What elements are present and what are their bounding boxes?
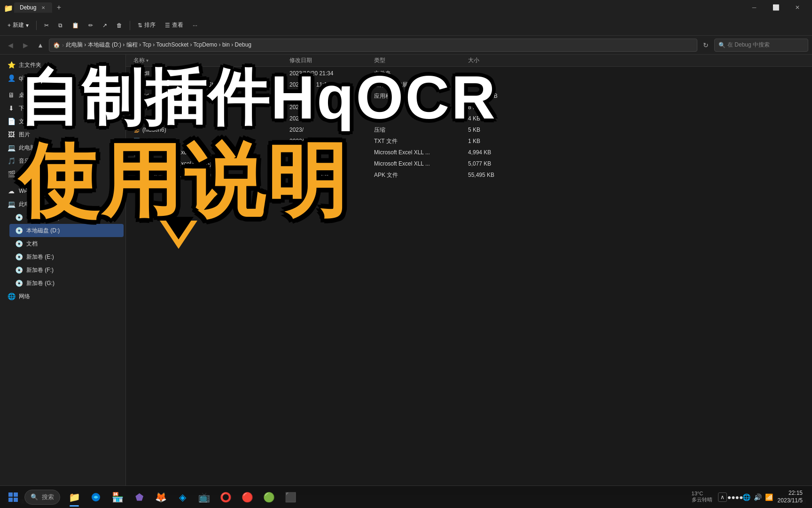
file-size: 5 KB bbox=[468, 127, 524, 133]
sidebar: ⭐ 主文件夹 👤 qiangqiang - 个人 🖥 桌面 ▸ ⬇ 下载 📄 文… bbox=[0, 55, 126, 495]
file-date: 2023/11/4 22:36 bbox=[289, 149, 374, 156]
more-button[interactable]: ··· bbox=[189, 18, 201, 33]
sidebar-item-disk-f[interactable]: 💿 新加卷 (E:) bbox=[9, 250, 124, 263]
refresh-button[interactable]: ↻ bbox=[699, 39, 712, 52]
paste-button[interactable]: 📋 bbox=[68, 18, 83, 33]
file-type-icon: 📱 bbox=[133, 172, 141, 179]
table-row[interactable]: ⚙ Sdcb.PaddleOCR.Models.LocalV4.dll 2023… bbox=[126, 90, 812, 102]
table-row[interactable]: ⚙ (hidden4) 2023/ 8 KB bbox=[126, 102, 812, 113]
documents-icon: 📄 bbox=[8, 118, 15, 125]
taskbar-app-firefox[interactable]: 🦊 bbox=[150, 487, 171, 508]
maximize-button[interactable]: ⬜ bbox=[765, 0, 787, 15]
close-button[interactable]: ✕ bbox=[787, 0, 808, 15]
file-type-icon: ⚙ bbox=[133, 81, 139, 88]
clock[interactable]: 22:15 2023/11/5 bbox=[776, 490, 804, 504]
file-name: (hidden6) bbox=[142, 127, 166, 133]
new-button[interactable]: + 新建 ▾ bbox=[4, 18, 32, 33]
table-row[interactable]: 📊 HqOCR(64位Excel).xll 2023/11/4 22:36 Mi… bbox=[126, 147, 812, 158]
copy-icon: ⧉ bbox=[58, 22, 62, 29]
file-date: 2023/8/14 11:14 bbox=[289, 81, 374, 88]
new-tab-button[interactable]: + bbox=[52, 1, 65, 14]
table-row[interactable]: ⚙ (hidden5) 2023/ 4 KB bbox=[126, 113, 812, 124]
taskbar-app-misc4[interactable]: ⬛ bbox=[280, 487, 301, 508]
view-button[interactable]: ☰ 查看 bbox=[161, 18, 187, 33]
table-row[interactable]: 📁 dll 2023/10/20 21:34 文件夹 bbox=[126, 68, 812, 79]
breadcrumb[interactable]: 🏠 › 此电脑 › 本地磁盘 (D:) › 编程 › Tcp › TouchSo… bbox=[49, 39, 697, 52]
sidebar-item-user[interactable]: 👤 qiangqiang - 个人 bbox=[2, 71, 124, 85]
taskbar-app-misc3[interactable]: 🟢 bbox=[258, 487, 279, 508]
start-button[interactable] bbox=[4, 488, 23, 507]
volume-icon[interactable]: 🔊 bbox=[753, 492, 763, 502]
misc1-icon: ⭕ bbox=[220, 492, 232, 503]
file-type-icon: 📁 bbox=[133, 70, 141, 77]
cut-icon: ✂ bbox=[44, 22, 49, 29]
taskbar-app-store[interactable]: 🏪 bbox=[107, 487, 128, 508]
taskbar-app-bilibili[interactable]: 📺 bbox=[194, 487, 214, 508]
taskbar-app-vscode[interactable]: ◈ bbox=[172, 487, 193, 508]
sidebar-item-wps[interactable]: ☁ WPS云盘 bbox=[2, 184, 124, 198]
sidebar-item-disk-e[interactable]: 💿 文档 bbox=[9, 237, 124, 250]
tab-debug[interactable]: Debug ✕ bbox=[14, 2, 52, 13]
overflow-button[interactable]: ∧ bbox=[718, 492, 727, 502]
share-icon: ↗ bbox=[102, 22, 107, 29]
delete-button[interactable]: 🗑 bbox=[113, 18, 126, 33]
taskbar-app-misc1[interactable]: ⭕ bbox=[215, 487, 236, 508]
rename-button[interactable]: ✏ bbox=[85, 18, 97, 33]
taskbar-app-misc2[interactable]: 🔴 bbox=[237, 487, 258, 508]
col-type-header[interactable]: 类型 bbox=[374, 56, 468, 64]
sidebar-item-home[interactable]: ⭐ 主文件夹 bbox=[2, 58, 124, 71]
table-row[interactable]: 🗜 (hidden6) 2023/ 压缩 5 KB bbox=[126, 124, 812, 135]
file-list: 📁 dll 2023/10/20 21:34 文件夹 ⚙ Sdcb.Paddle… bbox=[126, 67, 812, 495]
sidebar-item-pictures[interactable]: 🖼 图片 bbox=[2, 128, 124, 141]
table-row[interactable]: 📝 注意事项 2023/ TXT 文件 1 KB bbox=[126, 135, 812, 147]
col-name-header[interactable]: 名称 ▾ bbox=[130, 56, 289, 64]
table-row[interactable]: 📱 HqOCR(配套安卓APP).apk 2023/11/5 18:10 APK… bbox=[126, 169, 812, 181]
sidebar-item-thispc[interactable]: 💻 此电脑 bbox=[2, 141, 124, 154]
sort-button[interactable]: ⇅ 排序 bbox=[134, 18, 159, 33]
sidebar-item-disk-h[interactable]: 💿 新加卷 (G:) bbox=[9, 277, 124, 290]
misc4-icon: ⬛ bbox=[285, 492, 297, 503]
sidebar-item-downloads[interactable]: ⬇ 下载 bbox=[2, 102, 124, 115]
delete-icon: 🗑 bbox=[117, 22, 122, 29]
copy-button[interactable]: ⧉ bbox=[55, 18, 66, 33]
sidebar-item-disk-d[interactable]: 💿 本地磁盘 (D:) bbox=[9, 224, 124, 237]
table-row[interactable]: ⚙ Sdcb.PaddleOCR.Models.Shared.dll 2023/… bbox=[126, 79, 812, 90]
thispc2-icon: 💻 bbox=[8, 200, 15, 208]
sidebar-item-desktop[interactable]: 🖥 桌面 ▸ bbox=[2, 88, 124, 102]
taskbar-app-edge[interactable] bbox=[86, 487, 106, 508]
sidebar-item-documents[interactable]: 📄 文档 bbox=[2, 115, 124, 128]
taskbar-app-explorer[interactable]: 📁 bbox=[64, 487, 85, 508]
file-name: HqOCR(64位Excel).xll bbox=[144, 149, 200, 157]
up-button[interactable]: ▲ bbox=[34, 39, 47, 52]
sidebar-item-videos[interactable]: 🎬 视频 bbox=[2, 167, 124, 181]
minimize-button[interactable]: ─ bbox=[743, 0, 765, 15]
col-date-header[interactable]: 修改日期 bbox=[289, 56, 374, 64]
sidebar-item-disk-g[interactable]: 💿 新加卷 (F:) bbox=[9, 263, 124, 277]
wifi-icon[interactable]: 📶 bbox=[765, 492, 774, 502]
network-sys-icon[interactable]: 🌐 bbox=[742, 492, 751, 502]
sidebar-item-disk-c[interactable]: 💿 本地磁盘 (C:) bbox=[9, 211, 124, 224]
language-icon[interactable]: ●●●● bbox=[731, 492, 740, 502]
sidebar-item-thispc2[interactable]: 💻 此电脑 bbox=[2, 198, 124, 211]
sidebar-item-network[interactable]: 🌐 网络 bbox=[2, 290, 124, 303]
disk-d-icon: 💿 bbox=[15, 227, 23, 234]
file-name: Sdcb.PaddleOCR.Models.LocalV4.dll bbox=[142, 93, 235, 99]
file-header: 名称 ▾ 修改日期 类型 大小 bbox=[126, 55, 812, 67]
taskbar-app-vs[interactable]: ⬟ bbox=[129, 487, 149, 508]
table-row[interactable]: 📊 HqOCR(32位Excel及WPS).xll 2023/11/4 22:3… bbox=[126, 158, 812, 169]
cut-button[interactable]: ✂ bbox=[40, 18, 53, 33]
back-button[interactable]: ◀ bbox=[4, 39, 17, 52]
sidebar-item-music[interactable]: 🎵 音乐 bbox=[2, 154, 124, 167]
sort-arrow: ▾ bbox=[146, 58, 148, 63]
taskbar-search[interactable]: 🔍 搜索 bbox=[24, 490, 60, 505]
network-icon: 🌐 bbox=[8, 293, 15, 300]
forward-button[interactable]: ▶ bbox=[19, 39, 32, 52]
disk-e-icon: 💿 bbox=[15, 240, 23, 247]
misc2-icon: 🔴 bbox=[242, 492, 253, 503]
disk-f-icon: 💿 bbox=[15, 253, 23, 261]
col-size-header[interactable]: 大小 bbox=[468, 56, 524, 64]
share-button[interactable]: ↗ bbox=[99, 18, 111, 33]
store-icon: 🏪 bbox=[112, 492, 124, 503]
tab-close-button[interactable]: ✕ bbox=[40, 4, 47, 11]
search-bar[interactable]: 🔍 在 Debug 中搜索 bbox=[714, 39, 808, 52]
